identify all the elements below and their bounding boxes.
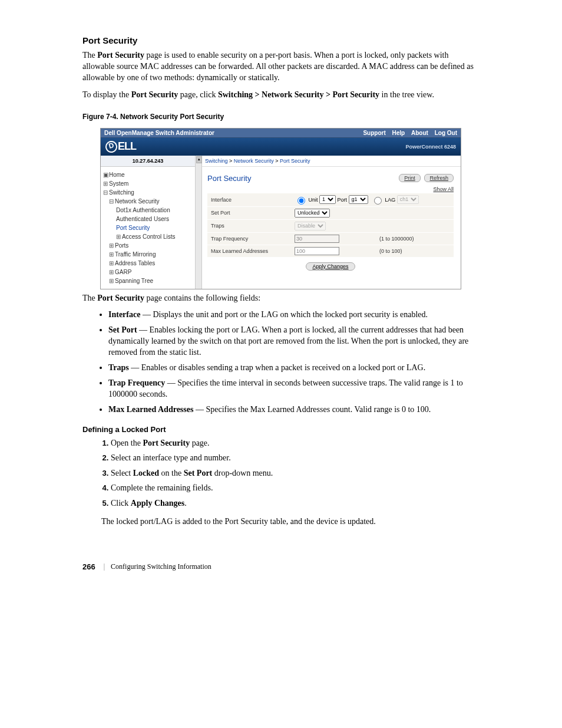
section-title: Port Security: [82, 35, 482, 45]
tree-network-security[interactable]: ⊟Network Security: [103, 197, 193, 206]
tree-home[interactable]: ▣Home: [103, 170, 193, 179]
print-button[interactable]: Print: [399, 174, 421, 182]
crumb-port-security[interactable]: Port Security: [280, 158, 310, 164]
radio-unit[interactable]: [297, 197, 305, 205]
figure-caption: Figure 7-4. Network Security Port Securi…: [82, 113, 482, 121]
tree-auth-users[interactable]: Authenticated Users: [103, 215, 193, 223]
hint-trap-freq: (1 to 1000000): [376, 232, 454, 245]
trap-freq-input[interactable]: [295, 235, 339, 243]
footer-chapter: Configuring Switching Information: [111, 562, 211, 571]
row-set-port: Set Port Unlocked: [207, 206, 454, 219]
refresh-button[interactable]: Refresh: [424, 174, 454, 182]
link-help[interactable]: Help: [392, 130, 405, 136]
port-select[interactable]: g1: [349, 195, 368, 204]
tree-switching[interactable]: ⊟Switching: [103, 188, 193, 197]
page-number: 266: [82, 562, 95, 571]
step-2: Select an interface type and number.: [111, 452, 482, 464]
tree-dot1x[interactable]: Dot1x Authentication: [103, 206, 193, 215]
row-trap-freq: Trap Frequency (1 to 1000000): [207, 232, 454, 245]
dell-logo: DELL: [105, 140, 136, 153]
bullet-max-learned: Max Learned Addresses — Specifies the Ma…: [108, 404, 482, 416]
row-max-learned: Max Learned Addresses (0 to 100): [207, 245, 454, 257]
scroll-up-icon[interactable]: ▴: [196, 156, 202, 163]
step-1: Open the Port Security page.: [111, 437, 482, 449]
procedure-steps: Open the Port Security page. Select an i…: [82, 437, 482, 509]
nav-paragraph: To display the Port Security page, click…: [82, 90, 482, 101]
link-support[interactable]: Support: [363, 130, 385, 136]
lag-select[interactable]: ch1: [397, 195, 419, 204]
label-interface: Interface: [207, 193, 291, 207]
tree-address[interactable]: ⊞Address Tables: [103, 259, 193, 268]
tree-traffic[interactable]: ⊞Traffic Mirroring: [103, 250, 193, 259]
label-traps: Traps: [207, 219, 291, 232]
port-label: Port: [338, 196, 348, 202]
tree-ports[interactable]: ⊞Ports: [103, 241, 193, 250]
label-max-learned: Max Learned Addresses: [207, 245, 291, 257]
unit-label: Unit: [309, 196, 318, 202]
traps-select[interactable]: Disable: [295, 222, 326, 230]
show-all-link[interactable]: Show All: [433, 186, 454, 192]
crumb-switching[interactable]: Switching: [205, 158, 228, 164]
screenshot: Dell OpenManage Switch Administrator Sup…: [100, 128, 461, 289]
step-4: Complete the remaining fields.: [111, 482, 482, 494]
crumb-network-security[interactable]: Network Security: [234, 158, 274, 164]
tree-garp[interactable]: ⊞GARP: [103, 268, 193, 276]
bullet-interface: Interface — Displays the unit and port o…: [108, 309, 482, 321]
row-interface: Interface Unit 1 Port g1 LAG ch1: [207, 193, 454, 207]
intro-paragraph: The Port Security page is used to enable…: [82, 50, 482, 84]
set-port-select[interactable]: Unlocked: [295, 209, 330, 218]
link-logout[interactable]: Log Out: [435, 130, 457, 136]
tree-acl[interactable]: ⊞Access Control Lists: [103, 232, 193, 241]
label-set-port: Set Port: [207, 206, 291, 219]
scrollbar[interactable]: ▴: [196, 156, 202, 289]
apply-changes-button[interactable]: Apply Changes: [306, 262, 355, 271]
tree-port-security[interactable]: Port Security: [103, 223, 193, 232]
link-about[interactable]: About: [411, 130, 428, 136]
bullet-set-port: Set Port — Enables locking the port or L…: [108, 325, 482, 358]
fields-intro: The Port Security page contains the foll…: [82, 293, 482, 304]
product-name: PowerConnect 6248: [405, 144, 456, 150]
device-ip: 10.27.64.243: [101, 156, 195, 167]
nav-pane: 10.27.64.243 ▣Home ⊞System ⊟Switching ⊟N…: [101, 156, 196, 289]
max-learned-input[interactable]: [295, 247, 339, 255]
bullet-trap-frequency: Trap Frequency — Specifies the time inte…: [108, 378, 482, 400]
lag-label: LAG: [385, 196, 395, 202]
bullet-traps: Traps — Enables or disables sending a tr…: [108, 363, 482, 374]
row-traps: Traps Disable: [207, 219, 454, 232]
top-links: Support Help About Log Out: [358, 130, 457, 136]
nav-tree: ▣Home ⊞System ⊟Switching ⊟Network Securi…: [101, 167, 195, 289]
label-trap-freq: Trap Frequency: [207, 232, 291, 245]
procedure-result: The locked port/LAG is added to the Port…: [101, 516, 482, 528]
unit-select[interactable]: 1: [319, 195, 336, 204]
step-3: Select Locked on the Set Port drop-down …: [111, 467, 482, 479]
settings-table: Interface Unit 1 Port g1 LAG ch1: [207, 193, 454, 258]
window-title: Dell OpenManage Switch Administrator: [104, 130, 214, 136]
tree-system[interactable]: ⊞System: [103, 179, 193, 188]
step-5: Click Apply Changes.: [111, 498, 482, 509]
footer-separator: |: [104, 562, 105, 571]
procedure-title: Defining a Locked Port: [82, 425, 482, 434]
fields-list: Interface — Displays the unit and port o…: [82, 309, 482, 415]
tree-spanning[interactable]: ⊞Spanning Tree: [103, 276, 193, 285]
brand-header: DELL PowerConnect 6248: [101, 138, 461, 156]
breadcrumb: Switching > Network Security > Port Secu…: [196, 156, 461, 167]
window-titlebar: Dell OpenManage Switch Administrator Sup…: [101, 129, 461, 138]
radio-lag[interactable]: [374, 197, 382, 205]
hint-max-learned: (0 to 100): [376, 245, 454, 257]
page-footer: 266 | Configuring Switching Information: [82, 562, 482, 571]
